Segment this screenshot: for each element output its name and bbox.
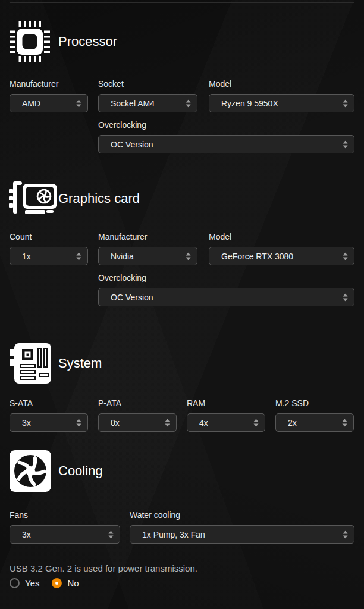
radio-option-yes[interactable]: Yes	[10, 578, 39, 588]
processor-overclocking-row: Overclocking OC Version	[10, 120, 354, 153]
select-value: OC Version	[111, 140, 153, 149]
field-label: Count	[10, 232, 88, 242]
select-value: Ryzen 9 5950X	[221, 99, 278, 108]
radio-option-no[interactable]: No	[52, 578, 79, 588]
radio-label: No	[67, 578, 79, 588]
field-system-m2ssd: M.2 SSD 2x	[275, 398, 354, 432]
section-title: Processor	[58, 34, 117, 49]
radio-unchecked-icon[interactable]	[10, 578, 20, 588]
field-label: Overclocking	[98, 120, 354, 130]
field-label: S-ATA	[10, 398, 88, 409]
cooling-fans-select[interactable]: 3x	[10, 525, 120, 544]
usb-radio-group: Yes No	[10, 578, 354, 588]
section-graphics-card: Graphics card Count 1x Manufacturer Nvid…	[10, 181, 354, 306]
system-fields-row: S-ATA 3x P-ATA 0x RAM 4x	[10, 398, 354, 432]
field-gpu-manufacturer: Manufacturer Nvidia	[98, 232, 197, 265]
graphics-card-overclocking-row: Overclocking OC Version	[10, 273, 354, 306]
gpu-count-select[interactable]: 1x	[10, 247, 88, 265]
select-value: 0x	[111, 418, 120, 428]
processor-fields-row: Manufacturer AMD Socket Sockel AM4 Model…	[10, 79, 354, 112]
select-value: Sockel AM4	[111, 99, 155, 108]
processor-manufacturer-select[interactable]: AMD	[10, 94, 88, 112]
field-label: Model	[209, 79, 354, 89]
field-system-pata: P-ATA 0x	[98, 398, 177, 432]
section-processor: Processor Manufacturer AMD Socket Sockel…	[10, 21, 354, 153]
radio-dot	[55, 582, 58, 585]
field-processor-socket: Socket Sockel AM4	[98, 79, 197, 112]
field-gpu-count: Count 1x	[10, 232, 88, 265]
graphics-card-fields-row: Count 1x Manufacturer Nvidia Model GeFor…	[10, 232, 354, 265]
field-label: Model	[209, 232, 354, 242]
fan-icon	[10, 450, 51, 492]
system-header: System	[10, 343, 354, 384]
select-caret-icon	[186, 99, 191, 107]
system-pata-select[interactable]: 0x	[98, 413, 177, 432]
select-caret-icon	[186, 252, 191, 260]
field-gpu-overclocking: Overclocking OC Version	[98, 273, 354, 306]
section-system: System S-ATA 3x P-ATA 0x RAM 4x	[10, 343, 354, 432]
select-caret-icon	[343, 252, 348, 260]
field-label: P-ATA	[98, 398, 177, 409]
select-caret-icon	[76, 99, 81, 107]
field-label: Socket	[98, 79, 197, 89]
select-value: 4x	[199, 418, 208, 428]
section-title: Graphics card	[58, 191, 140, 206]
field-system-ram: RAM 4x	[187, 398, 265, 432]
select-caret-icon	[253, 419, 259, 426]
select-caret-icon	[343, 530, 348, 538]
cpu-icon	[10, 21, 50, 62]
radio-checked-icon[interactable]	[52, 578, 62, 588]
system-m2ssd-select[interactable]: 2x	[275, 413, 354, 432]
field-gpu-model: Model GeForce RTX 3080	[209, 232, 354, 265]
field-processor-manufacturer: Manufacturer AMD	[10, 79, 88, 112]
top-divider	[10, 2, 354, 3]
processor-model-select[interactable]: Ryzen 9 5950X	[209, 94, 354, 112]
field-processor-model: Model Ryzen 9 5950X	[209, 79, 354, 112]
field-label: RAM	[187, 398, 265, 409]
select-value: Nvidia	[111, 252, 134, 261]
system-ram-select[interactable]: 4x	[187, 413, 265, 432]
field-system-sata: S-ATA 3x	[10, 398, 88, 432]
select-caret-icon	[343, 293, 348, 301]
select-caret-icon	[76, 419, 81, 426]
processor-header: Processor	[10, 21, 354, 62]
gpu-icon	[8, 181, 58, 216]
select-value: 1x Pump, 3x Fan	[142, 530, 205, 539]
select-caret-icon	[76, 252, 81, 260]
field-label: Manufacturer	[10, 79, 88, 89]
cooling-watercooling-select[interactable]: 1x Pump, 3x Fan	[130, 525, 354, 544]
cooling-fields-row: Fans 3x Water cooling 1x Pump, 3x Fan	[10, 510, 354, 544]
select-caret-icon	[342, 419, 347, 426]
cooling-header: Cooling	[10, 450, 354, 492]
motherboard-icon	[10, 343, 51, 384]
field-cooling-fans: Fans 3x	[10, 510, 120, 544]
gpu-model-select[interactable]: GeForce RTX 3080	[209, 247, 354, 265]
select-value: 2x	[288, 418, 297, 428]
processor-overclocking-select[interactable]: OC Version	[98, 135, 354, 153]
field-label: M.2 SSD	[275, 398, 354, 409]
select-value: 3x	[22, 530, 31, 539]
select-caret-icon	[343, 99, 348, 107]
field-label: Overclocking	[98, 273, 354, 283]
field-cooling-watercooling: Water cooling 1x Pump, 3x Fan	[130, 510, 354, 544]
select-caret-icon	[108, 530, 114, 538]
configurator-page: Processor Manufacturer AMD Socket Sockel…	[0, 2, 364, 588]
field-processor-overclocking: Overclocking OC Version	[98, 120, 354, 153]
select-caret-icon	[343, 140, 348, 148]
select-caret-icon	[165, 419, 170, 426]
gpu-overclocking-select[interactable]: OC Version	[98, 288, 354, 306]
system-sata-select[interactable]: 3x	[10, 413, 88, 432]
radio-label: Yes	[25, 578, 39, 588]
field-label: Fans	[10, 510, 120, 520]
graphics-card-header: Graphics card	[8, 181, 354, 216]
processor-socket-select[interactable]: Sockel AM4	[98, 94, 197, 112]
select-value: 3x	[22, 418, 31, 428]
gpu-manufacturer-select[interactable]: Nvidia	[98, 247, 197, 265]
select-value: OC Version	[111, 293, 153, 302]
section-title: Cooling	[58, 463, 103, 479]
select-value: AMD	[22, 99, 40, 108]
section-cooling: Cooling Fans 3x Water cooling 1x Pump, 3…	[10, 450, 354, 544]
field-label: Manufacturer	[98, 232, 197, 242]
usb-question-text: USB 3.2 Gen. 2 is used for power transmi…	[10, 563, 354, 574]
select-value: 1x	[22, 252, 31, 261]
